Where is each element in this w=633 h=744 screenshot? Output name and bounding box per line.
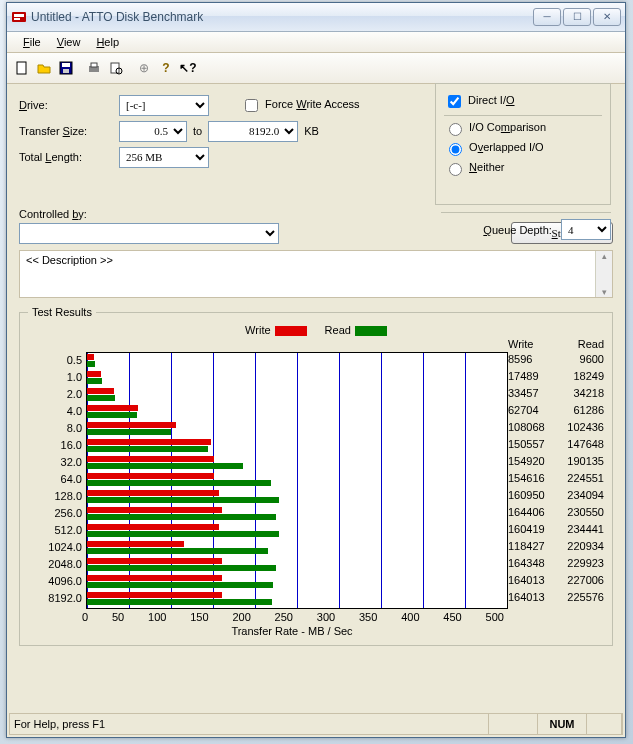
kb-label: KB <box>298 125 319 137</box>
test-results-group: Test Results Write Read 0.51.02.04.08.01… <box>19 306 613 646</box>
menu-help[interactable]: Help <box>88 34 127 50</box>
description-box: << Description >> ▴▾ <box>19 250 613 298</box>
app-icon <box>11 9 27 25</box>
status-num: NUM <box>538 714 587 734</box>
legend-write-label: Write <box>245 324 270 336</box>
status-cell-1 <box>489 714 538 734</box>
chart-plot-area <box>86 352 508 609</box>
svg-rect-6 <box>63 69 69 73</box>
queue-depth-row: Queue Depth: 4 <box>441 208 611 240</box>
force-write-checkbox[interactable]: Force Write Access <box>241 96 360 115</box>
svg-rect-8 <box>91 63 97 67</box>
print-preview-icon[interactable] <box>105 57 127 79</box>
x-axis-label: Transfer Rate - MB / Sec <box>82 625 502 637</box>
status-cell-end <box>587 714 622 734</box>
legend-write-swatch <box>275 326 307 336</box>
help-icon[interactable]: ? <box>155 57 177 79</box>
menu-bar: File View Help <box>7 32 625 53</box>
controlled-by-select[interactable] <box>19 223 279 244</box>
to-label: to <box>187 125 208 137</box>
col-write: Write <box>508 338 533 350</box>
x-axis-ticks: 050100150200250300350400450500 <box>82 611 504 623</box>
open-icon[interactable] <box>33 57 55 79</box>
chart-legend: Write Read <box>28 324 604 336</box>
transfer-from-select[interactable]: 0.5 <box>119 121 187 142</box>
col-read: Read <box>578 338 604 350</box>
queue-depth-label: Queue Depth: <box>483 224 552 236</box>
drive-select[interactable]: [-c-] <box>119 95 209 116</box>
description-scrollbar[interactable]: ▴▾ <box>595 251 612 297</box>
io-comparison-radio[interactable]: I/O Comparison <box>444 120 602 136</box>
target-icon[interactable]: ⊕ <box>133 57 155 79</box>
direct-io-checkbox[interactable]: Direct I/O <box>444 92 602 111</box>
content-area: Drive: [-c-] Force Write Access Transfer… <box>7 84 625 650</box>
menu-view[interactable]: View <box>49 34 89 50</box>
whats-this-icon[interactable]: ↖? <box>177 57 199 79</box>
transfer-to-select[interactable]: 8192.0 <box>208 121 298 142</box>
drive-label: Drive: <box>19 99 119 111</box>
maximize-button[interactable]: ☐ <box>563 8 591 26</box>
svg-rect-2 <box>14 18 20 20</box>
close-button[interactable]: ✕ <box>593 8 621 26</box>
title-bar: Untitled - ATTO Disk Benchmark ─ ☐ ✕ <box>7 3 625 32</box>
result-numbers: WriteRead8596960017489182493345734218627… <box>508 338 604 609</box>
overlapped-io-radio[interactable]: Overlapped I/O <box>444 140 602 156</box>
test-results-title: Test Results <box>28 306 96 318</box>
queue-depth-select[interactable]: 4 <box>561 219 611 240</box>
neither-radio[interactable]: Neither <box>444 160 602 176</box>
legend-read-swatch <box>355 326 387 336</box>
minimize-button[interactable]: ─ <box>533 8 561 26</box>
y-axis-labels: 0.51.02.04.08.016.032.064.0128.0256.0512… <box>28 338 86 609</box>
new-icon[interactable] <box>11 57 33 79</box>
svg-rect-1 <box>14 14 24 17</box>
svg-rect-3 <box>17 62 26 74</box>
menu-file[interactable]: File <box>15 34 49 50</box>
toolbar: ⊕ ? ↖? <box>7 53 625 84</box>
window-title: Untitled - ATTO Disk Benchmark <box>31 10 533 24</box>
save-icon[interactable] <box>55 57 77 79</box>
legend-read-label: Read <box>325 324 351 336</box>
total-length-select[interactable]: 256 MB <box>119 147 209 168</box>
svg-rect-5 <box>62 63 70 67</box>
status-bar: For Help, press F1 NUM <box>9 713 623 735</box>
status-message: For Help, press F1 <box>10 714 489 734</box>
description-text[interactable]: << Description >> <box>20 251 595 297</box>
total-length-label: Total Length: <box>19 151 119 163</box>
transfer-size-label: Transfer Size: <box>19 125 119 137</box>
io-options-group: Direct I/O I/O Comparison Overlapped I/O… <box>435 83 611 205</box>
print-icon[interactable] <box>83 57 105 79</box>
